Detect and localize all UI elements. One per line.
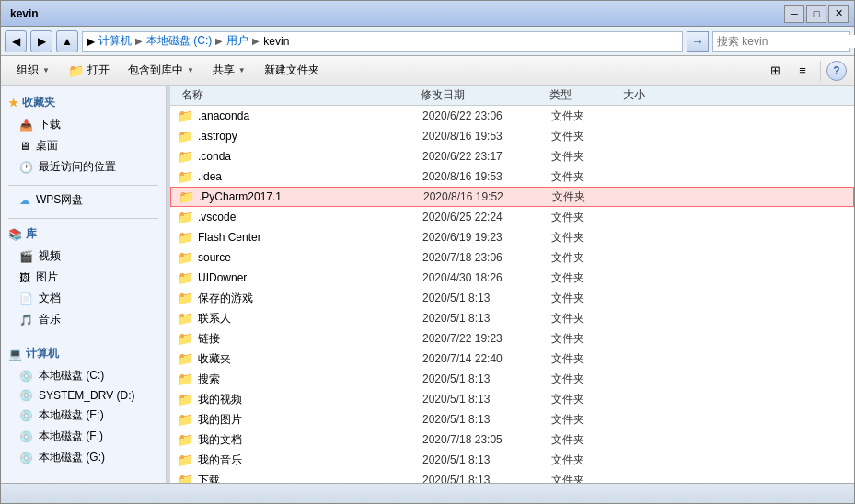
recent-icon: 🕐 — [19, 161, 33, 174]
sidebar-item-local-c[interactable]: 💿 本地磁盘 (C:) — [1, 365, 166, 386]
title-bar: kevin ─ □ ✕ — [1, 1, 854, 27]
file-date: 2020/7/18 23:06 — [422, 251, 551, 264]
table-row[interactable]: 📁 .PyCharm2017.1 2020/8/16 19:52 文件夹 — [170, 187, 854, 207]
sidebar-item-document[interactable]: 📄 文档 — [1, 288, 166, 309]
table-row[interactable]: 📁 .vscode 2020/6/25 22:24 文件夹 — [170, 207, 854, 227]
search-input[interactable] — [717, 35, 855, 48]
music-label: 音乐 — [39, 312, 61, 327]
col-header-size[interactable]: 大小 — [619, 87, 693, 103]
forward-button[interactable]: ▶ — [30, 30, 52, 52]
sidebar-divider-1 — [8, 185, 158, 186]
col-header-type[interactable]: 类型 — [546, 87, 619, 103]
sidebar-item-music[interactable]: 🎵 音乐 — [1, 309, 166, 330]
window-title: kevin — [6, 7, 784, 20]
table-row[interactable]: 📁 联系人 2020/5/1 8:13 文件夹 — [170, 308, 854, 328]
local-g-label: 本地磁盘 (G:) — [39, 450, 105, 465]
col-header-date[interactable]: 修改日期 — [417, 87, 546, 103]
help-button[interactable]: ? — [826, 61, 847, 81]
table-row[interactable]: 📁 我的文档 2020/7/18 23:05 文件夹 — [170, 430, 854, 450]
sidebar-item-recent[interactable]: 🕐 最近访问的位置 — [1, 156, 166, 178]
include-library-button[interactable]: 包含到库中 ▼ — [120, 59, 202, 83]
table-row[interactable]: 📁 收藏夹 2020/7/14 22:40 文件夹 — [170, 349, 854, 369]
file-type: 文件夹 — [551, 270, 625, 286]
file-date: 2020/8/16 19:52 — [423, 190, 552, 203]
file-area: 名称 修改日期 类型 大小 📁 .anaconda 2020/6/22 23:0… — [170, 86, 854, 483]
file-date: 2020/5/1 8:13 — [422, 413, 551, 426]
path-drive-label[interactable]: 本地磁盘 (C:) — [146, 33, 212, 49]
sidebar-item-wps[interactable]: ☁ WPS网盘 — [1, 189, 166, 211]
path-computer-label[interactable]: 计算机 — [98, 33, 132, 49]
back-button[interactable]: ◀ — [5, 30, 27, 52]
file-name: 我的音乐 — [198, 452, 422, 468]
file-type: 文件夹 — [551, 109, 625, 124]
file-type: 文件夹 — [551, 452, 625, 468]
open-button[interactable]: 📁 打开 — [60, 59, 118, 83]
file-name: 链接 — [198, 331, 422, 347]
file-date: 2020/7/22 19:23 — [422, 332, 551, 345]
sidebar-item-local-g[interactable]: 💿 本地磁盘 (G:) — [1, 447, 166, 468]
table-row[interactable]: 📁 我的图片 2020/5/1 8:13 文件夹 — [170, 409, 854, 430]
table-row[interactable]: 📁 我的音乐 2020/5/1 8:13 文件夹 — [170, 450, 854, 470]
view-layout-button[interactable]: ⊞ — [763, 61, 787, 81]
file-name: 我的图片 — [198, 412, 422, 428]
sidebar-item-download[interactable]: 📥 下载 — [1, 114, 166, 135]
sidebar-item-local-f[interactable]: 💿 本地磁盘 (F:) — [1, 426, 166, 447]
folder-icon: 📁 — [178, 412, 194, 427]
up-button[interactable]: ▲ — [56, 30, 78, 52]
folder-icon: 📁 — [178, 109, 194, 123]
table-row[interactable]: 📁 source 2020/7/18 23:06 文件夹 — [170, 247, 854, 268]
toolbar-right: ⊞ ≡ ? — [763, 61, 847, 81]
sidebar-item-system-d[interactable]: 💿 SYSTEM_DRV (D:) — [1, 386, 166, 405]
table-row[interactable]: 📁 搜索 2020/5/1 8:13 文件夹 — [170, 369, 854, 389]
table-row[interactable]: 📁 Flash Center 2020/6/19 19:23 文件夹 — [170, 227, 854, 247]
sidebar: ★ 收藏夹 📥 下载 🖥 桌面 🕐 最近访问的位置 — [1, 86, 167, 483]
share-button[interactable]: 共享 ▼ — [204, 59, 254, 83]
table-row[interactable]: 📁 .astropy 2020/8/16 19:53 文件夹 — [170, 126, 854, 146]
column-headers: 名称 修改日期 类型 大小 — [170, 86, 854, 106]
close-button[interactable]: ✕ — [828, 5, 849, 23]
favorites-label: 收藏夹 — [22, 95, 55, 110]
view-list-button[interactable]: ≡ — [791, 61, 815, 81]
file-date: 2020/6/25 22:24 — [422, 211, 551, 223]
cloud-icon: ☁ — [19, 194, 30, 207]
path-users-label[interactable]: 用户 — [226, 33, 248, 49]
download-folder-icon: 📥 — [19, 119, 33, 132]
table-row[interactable]: 📁 UIDowner 2020/4/30 18:26 文件夹 — [170, 268, 854, 288]
file-date: 2020/8/16 19:53 — [422, 170, 551, 183]
table-row[interactable]: 📁 保存的游戏 2020/5/1 8:13 文件夹 — [170, 288, 854, 308]
table-row[interactable]: 📁 .anaconda 2020/6/22 23:06 文件夹 — [170, 106, 854, 126]
computer-label: 计算机 — [26, 346, 59, 361]
file-date: 2020/5/1 8:13 — [422, 453, 551, 466]
table-row[interactable]: 📁 下载 2020/5/1 8:13 文件夹 — [170, 470, 854, 483]
disk-d-icon: 💿 — [19, 389, 33, 402]
file-date: 2020/8/16 19:53 — [422, 130, 551, 143]
table-row[interactable]: 📁 链接 2020/7/22 19:23 文件夹 — [170, 328, 854, 349]
file-type: 文件夹 — [551, 412, 625, 428]
minimize-button[interactable]: ─ — [784, 5, 804, 23]
file-type: 文件夹 — [551, 372, 625, 387]
sidebar-item-video[interactable]: 🎬 视频 — [1, 246, 166, 267]
col-header-name[interactable]: 名称 — [178, 87, 417, 103]
file-name: 保存的游戏 — [198, 291, 422, 306]
file-name: .anaconda — [198, 109, 422, 122]
file-name: UIDowner — [198, 271, 422, 284]
folder-icon: 📁 — [178, 452, 194, 467]
file-name: .PyCharm2017.1 — [199, 190, 423, 203]
table-row[interactable]: 📁 .idea 2020/8/16 19:53 文件夹 — [170, 166, 854, 187]
file-name: 收藏夹 — [198, 351, 422, 367]
computer-icon: 💻 — [8, 348, 22, 361]
folder-icon: 📁 — [178, 149, 194, 164]
maximize-button[interactable]: □ — [806, 5, 826, 23]
organize-button[interactable]: 组织 ▼ — [8, 59, 58, 83]
title-bar-buttons: ─ □ ✕ — [784, 5, 849, 23]
recent-label: 最近访问的位置 — [39, 159, 116, 175]
sidebar-item-local-e[interactable]: 💿 本地磁盘 (E:) — [1, 405, 166, 426]
new-folder-button[interactable]: 新建文件夹 — [256, 59, 328, 83]
sidebar-item-desktop[interactable]: 🖥 桌面 — [1, 135, 166, 156]
file-date: 2020/6/22 23:06 — [422, 109, 551, 122]
table-row[interactable]: 📁 我的视频 2020/5/1 8:13 文件夹 — [170, 389, 854, 409]
address-go-button[interactable]: → — [687, 31, 709, 52]
table-row[interactable]: 📁 .conda 2020/6/22 23:17 文件夹 — [170, 146, 854, 166]
path-kevin-label: kevin — [263, 35, 289, 48]
sidebar-item-picture[interactable]: 🖼 图片 — [1, 267, 166, 288]
